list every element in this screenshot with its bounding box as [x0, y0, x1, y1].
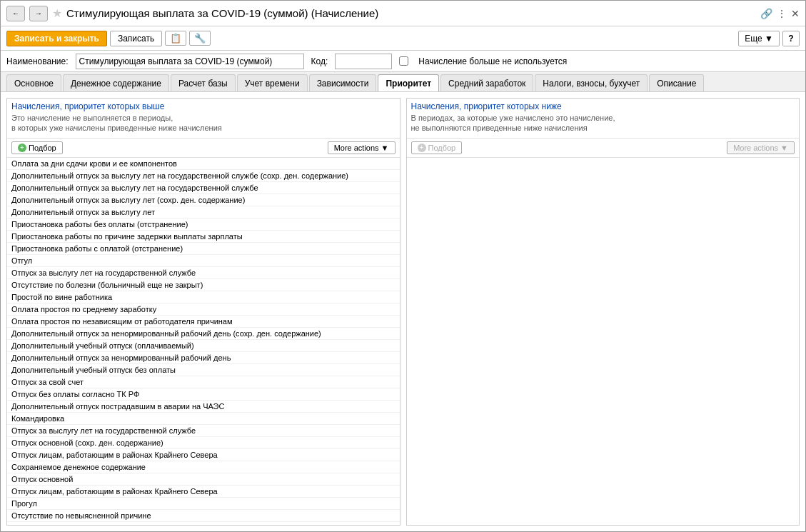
close-icon[interactable]: ✕	[791, 8, 800, 19]
list-item[interactable]: Дополнительный отпуск за ненормированный…	[7, 352, 400, 364]
add-circle-icon: +	[18, 144, 26, 152]
title-bar: ← → ★ Стимулирующая выплата за COVID-19 …	[1, 1, 805, 26]
settings-icon-button[interactable]: 🔧	[189, 31, 211, 46]
window-title: Стимулирующая выплата за COVID-19 (суммо…	[66, 7, 756, 19]
favorite-icon[interactable]: ★	[52, 6, 62, 20]
save-close-button[interactable]: Записать и закрыть	[6, 31, 107, 46]
list-item[interactable]: Отгул	[7, 255, 400, 267]
priority-content: Начисления, приоритет которых выше Это н…	[1, 92, 805, 531]
list-item[interactable]: Прогул	[7, 498, 400, 510]
name-label: Наименование:	[6, 56, 69, 66]
toolbar-right: Еще ▼ ?	[738, 31, 800, 46]
list-item[interactable]: Приостановка работы по причине задержки …	[7, 231, 400, 243]
tab-time[interactable]: Учет времени	[237, 74, 308, 91]
toolbar: Записать и закрыть Записать 📋 🔧 Еще ▼ ?	[1, 26, 805, 51]
tab-description[interactable]: Описание	[649, 74, 704, 91]
left-priority-column: Начисления, приоритет которых выше Это н…	[6, 98, 401, 526]
right-add-button[interactable]: + Подбор	[411, 141, 463, 154]
right-priority-header: Начисления, приоритет которых ниже В пер…	[407, 99, 800, 138]
name-input[interactable]	[76, 54, 304, 69]
main-window: ← → ★ Стимулирующая выплата за COVID-19 …	[0, 0, 806, 532]
title-actions: 🔗 ⋮ ✕	[760, 8, 800, 19]
toolbar-left: Записать и закрыть Записать 📋 🔧	[6, 31, 211, 46]
list-item[interactable]: Оплата за дни сдачи крови и ее компонент…	[7, 158, 400, 170]
right-priority-toolbar: + Подбор More actions ▼	[407, 138, 800, 157]
tabs: Основное Денежное содержание Расчет базы…	[1, 72, 805, 92]
code-input[interactable]	[335, 54, 392, 69]
tab-calc-base[interactable]: Расчет базы	[171, 74, 236, 91]
add-circle-icon-right: +	[418, 144, 426, 152]
list-item[interactable]: Отпуск основной (сохр. ден. содержание)	[7, 437, 400, 449]
list-item[interactable]: Дополнительный отпуск за выслугу лет на …	[7, 170, 400, 182]
list-item[interactable]: Отпуск лицам, работающим в районах Крайн…	[7, 449, 400, 461]
priority-section: Начисления, приоритет которых выше Это н…	[6, 98, 800, 526]
list-item[interactable]: Отпуск без оплаты согласно ТК РФ	[7, 388, 400, 401]
not-used-label: Начисление больше не используется	[418, 56, 567, 66]
right-priority-desc: В периодах, за которые уже начислено это…	[411, 111, 795, 135]
help-button[interactable]: ?	[782, 31, 800, 46]
save-button[interactable]: Записать	[110, 31, 162, 46]
left-priority-toolbar: + Подбор More actions ▼	[7, 138, 400, 157]
right-more-actions-button[interactable]: More actions ▼	[727, 141, 795, 154]
left-priority-header: Начисления, приоритет которых выше Это н…	[7, 99, 400, 138]
list-item[interactable]: Дополнительный учебный отпуск без оплаты	[7, 364, 400, 376]
list-item[interactable]: Отпуск основной	[7, 473, 400, 486]
right-priority-column: Начисления, приоритет которых ниже В пер…	[406, 98, 800, 526]
forward-button[interactable]: →	[29, 6, 48, 21]
list-item[interactable]: Отсутствие по невыясненной причине	[7, 510, 400, 522]
list-item[interactable]: Отпуск лицам, работающим в районах Крайн…	[7, 486, 400, 498]
list-item[interactable]: Отпуск за выслугу лет на государственной…	[7, 267, 400, 279]
more-button[interactable]: Еще ▼	[738, 31, 780, 46]
code-label: Код:	[311, 56, 328, 66]
list-item[interactable]: Сохраняемое денежное содержание	[7, 461, 400, 473]
list-item[interactable]: Оплата простоя по независящим от работод…	[7, 316, 400, 328]
right-items-list[interactable]	[407, 157, 800, 525]
list-item[interactable]: Простой по вине работника	[7, 291, 400, 303]
list-item[interactable]: Командировка	[7, 413, 400, 425]
list-item[interactable]: Дополнительный учебный отпуск (оплачивае…	[7, 340, 400, 352]
list-item[interactable]: Дополнительный отпуск за выслугу лет	[7, 206, 400, 219]
list-item[interactable]: Отпуск за свой счет	[7, 376, 400, 388]
tab-main[interactable]: Основное	[6, 74, 61, 91]
left-priority-title[interactable]: Начисления, приоритет которых выше	[11, 101, 396, 111]
tab-priority[interactable]: Приоритет	[378, 74, 439, 91]
left-more-actions-button[interactable]: More actions ▼	[328, 141, 396, 154]
not-used-checkbox[interactable]	[399, 56, 408, 66]
tab-deps[interactable]: Зависимости	[309, 74, 377, 91]
list-item[interactable]: Отпуск за выслугу лет на государственной…	[7, 425, 400, 437]
list-item[interactable]: Дополнительный отпуск пострадавшим в ава…	[7, 401, 400, 413]
tab-money[interactable]: Денежное содержание	[63, 74, 169, 91]
tab-taxes[interactable]: Налоги, взносы, бухучет	[535, 74, 648, 91]
tab-avg-salary[interactable]: Средний заработок	[440, 74, 533, 91]
left-items-list[interactable]: Оплата за дни сдачи крови и ее компонент…	[7, 157, 400, 525]
list-item[interactable]: Отсутствие по болезни (больничный еще не…	[7, 279, 400, 291]
list-item[interactable]: Дополнительный отпуск за ненормированный…	[7, 328, 400, 340]
list-item[interactable]: Оплата простоя по среднему заработку	[7, 303, 400, 316]
list-item[interactable]: Оплата вынужденного простоя	[7, 522, 400, 525]
copy-icon-button[interactable]: 📋	[165, 31, 186, 46]
more-menu-icon[interactable]: ⋮	[777, 8, 787, 19]
list-item[interactable]: Приостановка работы без оплаты (отстране…	[7, 219, 400, 231]
form-row: Наименование: Код: Начисление больше не …	[1, 51, 805, 72]
list-item[interactable]: Приостановка работы с оплатой (отстранен…	[7, 243, 400, 255]
back-button[interactable]: ←	[6, 6, 25, 21]
right-priority-title[interactable]: Начисления, приоритет которых ниже	[411, 101, 795, 111]
left-add-button[interactable]: + Подбор	[11, 141, 63, 154]
list-item[interactable]: Дополнительный отпуск за выслугу лет на …	[7, 182, 400, 194]
list-item[interactable]: Дополнительный отпуск за выслугу лет (со…	[7, 194, 400, 206]
left-priority-desc: Это начисление не выполняется в периоды,…	[11, 111, 396, 135]
link-icon[interactable]: 🔗	[760, 8, 772, 19]
